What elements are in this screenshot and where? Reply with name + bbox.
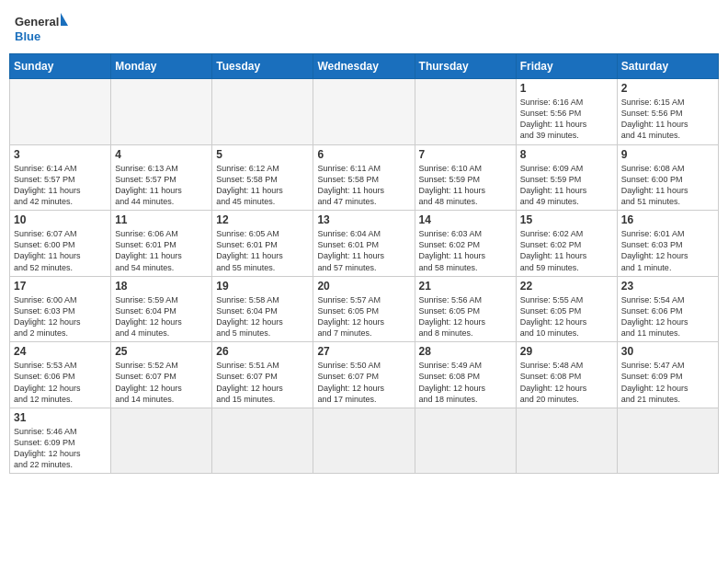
day-number: 24 xyxy=(14,345,107,358)
logo: General Blue xyxy=(13,9,68,46)
day-info: Sunrise: 5:58 AM Sunset: 6:04 PM Dayligh… xyxy=(216,294,309,339)
calendar-cell: 1Sunrise: 6:16 AM Sunset: 5:56 PM Daylig… xyxy=(516,79,617,145)
calendar-cell xyxy=(415,408,516,474)
week-row-3: 17Sunrise: 6:00 AM Sunset: 6:03 PM Dayli… xyxy=(10,276,719,342)
day-info: Sunrise: 6:04 AM Sunset: 6:01 PM Dayligh… xyxy=(317,228,410,273)
day-number: 10 xyxy=(14,213,107,226)
calendar-cell: 13Sunrise: 6:04 AM Sunset: 6:01 PM Dayli… xyxy=(313,211,415,277)
day-number: 31 xyxy=(14,411,107,424)
day-info: Sunrise: 6:00 AM Sunset: 6:03 PM Dayligh… xyxy=(14,294,107,339)
day-number: 7 xyxy=(419,148,512,161)
day-info: Sunrise: 5:52 AM Sunset: 6:07 PM Dayligh… xyxy=(115,360,208,405)
header: General Blue xyxy=(9,9,719,46)
calendar-cell xyxy=(111,408,212,474)
day-info: Sunrise: 5:51 AM Sunset: 6:07 PM Dayligh… xyxy=(216,360,309,405)
day-number: 2 xyxy=(621,82,714,95)
day-number: 16 xyxy=(621,213,714,226)
day-info: Sunrise: 6:01 AM Sunset: 6:03 PM Dayligh… xyxy=(621,228,714,273)
calendar-cell: 7Sunrise: 6:10 AM Sunset: 5:59 PM Daylig… xyxy=(415,144,516,211)
calendar-cell: 24Sunrise: 5:53 AM Sunset: 6:06 PM Dayli… xyxy=(10,342,111,408)
calendar-cell: 15Sunrise: 6:02 AM Sunset: 6:02 PM Dayli… xyxy=(516,211,617,277)
calendar-cell: 4Sunrise: 6:13 AM Sunset: 5:57 PM Daylig… xyxy=(111,144,212,211)
calendar-cell: 23Sunrise: 5:54 AM Sunset: 6:06 PM Dayli… xyxy=(617,276,718,342)
day-info: Sunrise: 6:07 AM Sunset: 6:00 PM Dayligh… xyxy=(14,228,107,273)
calendar-cell: 26Sunrise: 5:51 AM Sunset: 6:07 PM Dayli… xyxy=(212,342,313,408)
day-info: Sunrise: 6:06 AM Sunset: 6:01 PM Dayligh… xyxy=(115,228,208,273)
day-number: 13 xyxy=(317,213,410,226)
day-info: Sunrise: 5:47 AM Sunset: 6:09 PM Dayligh… xyxy=(621,360,714,405)
calendar: SundayMondayTuesdayWednesdayThursdayFrid… xyxy=(9,53,719,474)
calendar-cell: 5Sunrise: 6:12 AM Sunset: 5:58 PM Daylig… xyxy=(212,144,313,211)
svg-text:General: General xyxy=(15,15,59,29)
weekday-header-monday: Monday xyxy=(111,54,212,79)
day-info: Sunrise: 5:49 AM Sunset: 6:08 PM Dayligh… xyxy=(419,360,512,405)
calendar-cell: 29Sunrise: 5:48 AM Sunset: 6:08 PM Dayli… xyxy=(516,342,617,408)
calendar-cell: 22Sunrise: 5:55 AM Sunset: 6:05 PM Dayli… xyxy=(516,276,617,342)
calendar-cell: 20Sunrise: 5:57 AM Sunset: 6:05 PM Dayli… xyxy=(313,276,415,342)
day-info: Sunrise: 6:11 AM Sunset: 5:58 PM Dayligh… xyxy=(317,163,410,208)
day-number: 21 xyxy=(419,280,512,293)
day-number: 3 xyxy=(14,148,107,161)
day-number: 28 xyxy=(419,345,512,358)
calendar-cell: 27Sunrise: 5:50 AM Sunset: 6:07 PM Dayli… xyxy=(313,342,415,408)
day-info: Sunrise: 5:55 AM Sunset: 6:05 PM Dayligh… xyxy=(520,294,613,339)
weekday-header-wednesday: Wednesday xyxy=(313,54,415,79)
day-info: Sunrise: 6:08 AM Sunset: 6:00 PM Dayligh… xyxy=(621,163,714,208)
calendar-cell: 28Sunrise: 5:49 AM Sunset: 6:08 PM Dayli… xyxy=(415,342,516,408)
calendar-cell: 2Sunrise: 6:15 AM Sunset: 5:56 PM Daylig… xyxy=(617,79,718,145)
day-info: Sunrise: 6:12 AM Sunset: 5:58 PM Dayligh… xyxy=(216,163,309,208)
day-info: Sunrise: 5:53 AM Sunset: 6:06 PM Dayligh… xyxy=(14,360,107,405)
day-number: 29 xyxy=(520,345,613,358)
day-info: Sunrise: 6:16 AM Sunset: 5:56 PM Dayligh… xyxy=(520,97,613,142)
weekday-header-saturday: Saturday xyxy=(617,54,718,79)
weekday-header-row: SundayMondayTuesdayWednesdayThursdayFrid… xyxy=(10,54,719,79)
calendar-cell: 11Sunrise: 6:06 AM Sunset: 6:01 PM Dayli… xyxy=(111,211,212,277)
day-info: Sunrise: 5:54 AM Sunset: 6:06 PM Dayligh… xyxy=(621,294,714,339)
calendar-cell xyxy=(212,408,313,474)
calendar-cell: 19Sunrise: 5:58 AM Sunset: 6:04 PM Dayli… xyxy=(212,276,313,342)
day-number: 14 xyxy=(419,213,512,226)
day-info: Sunrise: 6:05 AM Sunset: 6:01 PM Dayligh… xyxy=(216,228,309,273)
day-info: Sunrise: 5:50 AM Sunset: 6:07 PM Dayligh… xyxy=(317,360,410,405)
calendar-cell: 10Sunrise: 6:07 AM Sunset: 6:00 PM Dayli… xyxy=(10,211,111,277)
calendar-cell xyxy=(313,408,415,474)
day-number: 12 xyxy=(216,213,309,226)
calendar-cell xyxy=(111,79,212,145)
day-info: Sunrise: 6:10 AM Sunset: 5:59 PM Dayligh… xyxy=(419,163,512,208)
calendar-cell: 14Sunrise: 6:03 AM Sunset: 6:02 PM Dayli… xyxy=(415,211,516,277)
day-info: Sunrise: 6:14 AM Sunset: 5:57 PM Dayligh… xyxy=(14,163,107,208)
day-number: 18 xyxy=(115,280,208,293)
day-number: 26 xyxy=(216,345,309,358)
day-number: 27 xyxy=(317,345,410,358)
day-number: 5 xyxy=(216,148,309,161)
week-row-1: 3Sunrise: 6:14 AM Sunset: 5:57 PM Daylig… xyxy=(10,144,719,211)
day-info: Sunrise: 6:03 AM Sunset: 6:02 PM Dayligh… xyxy=(419,228,512,273)
day-info: Sunrise: 6:15 AM Sunset: 5:56 PM Dayligh… xyxy=(621,97,714,142)
week-row-5: 31Sunrise: 5:46 AM Sunset: 6:09 PM Dayli… xyxy=(10,408,719,474)
day-number: 8 xyxy=(520,148,613,161)
day-number: 17 xyxy=(14,280,107,293)
calendar-cell: 21Sunrise: 5:56 AM Sunset: 6:05 PM Dayli… xyxy=(415,276,516,342)
calendar-cell xyxy=(10,79,111,145)
day-info: Sunrise: 6:09 AM Sunset: 5:59 PM Dayligh… xyxy=(520,163,613,208)
day-info: Sunrise: 6:13 AM Sunset: 5:57 PM Dayligh… xyxy=(115,163,208,208)
day-info: Sunrise: 5:48 AM Sunset: 6:08 PM Dayligh… xyxy=(520,360,613,405)
day-number: 23 xyxy=(621,280,714,293)
day-info: Sunrise: 5:56 AM Sunset: 6:05 PM Dayligh… xyxy=(419,294,512,339)
weekday-header-friday: Friday xyxy=(516,54,617,79)
day-number: 11 xyxy=(115,213,208,226)
logo-svg: General Blue xyxy=(13,9,68,46)
day-number: 19 xyxy=(216,280,309,293)
day-info: Sunrise: 5:57 AM Sunset: 6:05 PM Dayligh… xyxy=(317,294,410,339)
weekday-header-tuesday: Tuesday xyxy=(212,54,313,79)
day-number: 1 xyxy=(520,82,613,95)
calendar-cell: 18Sunrise: 5:59 AM Sunset: 6:04 PM Dayli… xyxy=(111,276,212,342)
calendar-cell: 3Sunrise: 6:14 AM Sunset: 5:57 PM Daylig… xyxy=(10,144,111,211)
week-row-4: 24Sunrise: 5:53 AM Sunset: 6:06 PM Dayli… xyxy=(10,342,719,408)
calendar-cell: 31Sunrise: 5:46 AM Sunset: 6:09 PM Dayli… xyxy=(10,408,111,474)
day-number: 20 xyxy=(317,280,410,293)
week-row-2: 10Sunrise: 6:07 AM Sunset: 6:00 PM Dayli… xyxy=(10,211,719,277)
day-number: 25 xyxy=(115,345,208,358)
day-number: 9 xyxy=(621,148,714,161)
calendar-cell xyxy=(212,79,313,145)
